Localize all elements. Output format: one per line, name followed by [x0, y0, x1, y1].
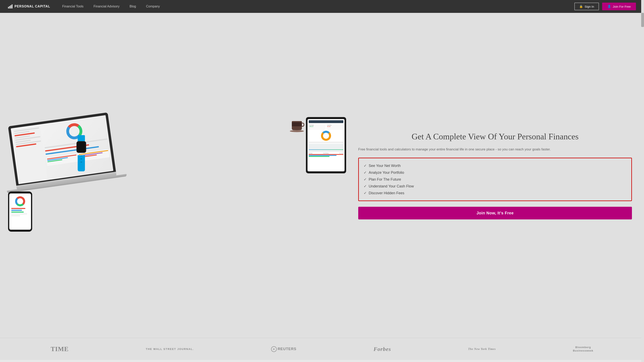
reuters-logo-icon: ◎ REUTERS [271, 346, 296, 352]
phone-device [8, 191, 32, 232]
press-time: TIME [51, 345, 69, 353]
feature-net-worth: ✓ See Your Net Worth [364, 162, 626, 169]
nav-financial-tools[interactable]: Financial Tools [62, 5, 84, 8]
hero-content: Get A Complete View Of Your Personal Fin… [354, 123, 644, 228]
press-bloomberg: Bloomberg Businessweek [573, 346, 594, 353]
scrollbar[interactable] [641, 0, 644, 362]
nav-links: Financial Tools Financial Advisory Blog … [62, 5, 574, 8]
logo-text: PERSONAL CAPITAL [14, 5, 50, 8]
check-icon-2: ✓ [364, 170, 367, 175]
smartwatch-device [76, 135, 86, 171]
navbar: PERSONAL CAPITAL Financial Tools Financi… [0, 0, 644, 13]
join-now-button[interactable]: Join Now, It's Free [358, 207, 632, 219]
lock-icon: 🔒 [579, 5, 583, 8]
feature-hidden-fees: ✓ Discover Hidden Fees [364, 190, 626, 196]
nav-actions: 🔒 Sign In 👤 Join For Free [574, 2, 636, 10]
join-for-free-button-nav[interactable]: 👤 Join For Free [602, 2, 636, 10]
hero-section: Net Worth $45,21 Cash Flow $3,50 [0, 13, 644, 338]
feature-cash-flow: ✓ Understand Your Cash Flow [364, 183, 626, 190]
nav-blog[interactable]: Blog [130, 5, 136, 8]
laptop-device [8, 112, 117, 192]
features-box: ✓ See Your Net Worth ✓ Analyze Your Port… [358, 158, 632, 201]
tablet-device: Net Worth $45,21 Cash Flow $3,50 [306, 117, 346, 173]
press-forbes: Forbes [374, 346, 391, 352]
press-section: TIME THE WALL STREET JOURNAL. ◎ REUTERS … [0, 338, 644, 360]
nav-company[interactable]: Company [146, 5, 160, 8]
hero-title: Get A Complete View Of Your Personal Fin… [358, 131, 632, 142]
hero-subtitle: Free financial tools and calculators to … [358, 147, 632, 152]
coffee-cup-decoration [290, 121, 304, 135]
feature-future: ✓ Plan For The Future [364, 176, 626, 183]
press-wsj: THE WALL STREET JOURNAL. [146, 348, 194, 351]
nav-logo: PERSONAL CAPITAL [8, 4, 50, 8]
check-icon: ✓ [364, 163, 367, 168]
feature-portfolio: ✓ Analyze Your Portfolio [364, 169, 626, 176]
press-reuters: ◎ REUTERS [271, 346, 296, 352]
sign-in-button[interactable]: 🔒 Sign In [574, 2, 599, 10]
press-nyt: The New York Times [468, 348, 496, 351]
check-icon-4: ✓ [364, 184, 367, 188]
person-icon: 👤 [607, 5, 611, 8]
nav-financial-advisory[interactable]: Financial Advisory [94, 5, 120, 8]
scrollbar-thumb[interactable] [641, 13, 644, 27]
hero-devices: Net Worth $45,21 Cash Flow $3,50 [0, 115, 354, 236]
check-icon-5: ✓ [364, 191, 367, 195]
check-icon-3: ✓ [364, 177, 367, 182]
logo-bars-icon [8, 4, 12, 8]
